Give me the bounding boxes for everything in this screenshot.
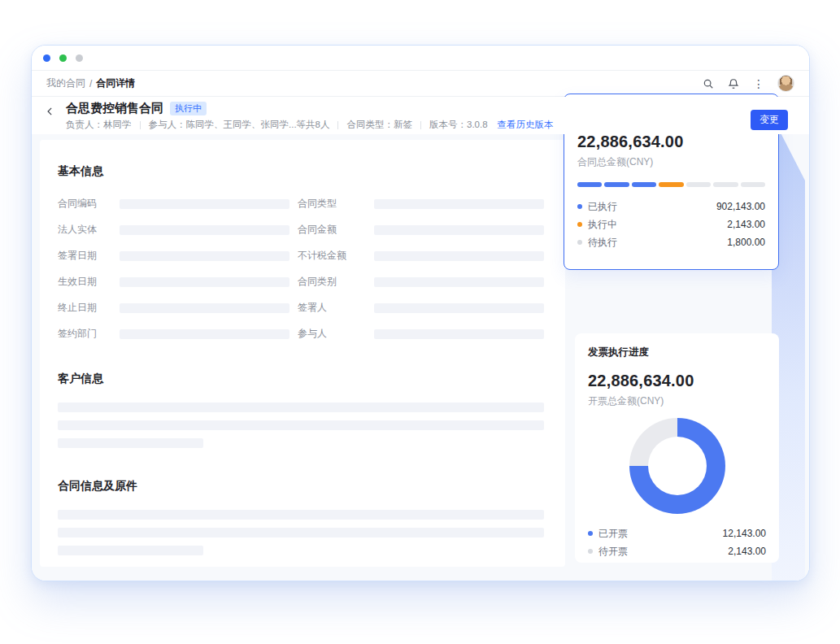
field-label: 签署日期 (58, 249, 111, 263)
bell-icon[interactable] (727, 77, 740, 90)
field-label: 签约部门 (58, 327, 111, 341)
window-dot-green[interactable] (59, 54, 67, 62)
invoice-legend: 已开票 12,143.00 待开票 2,143.00 (588, 524, 766, 560)
field-value-skeleton (374, 225, 544, 235)
status-badge: 执行中 (170, 102, 207, 115)
field-label: 法人实体 (58, 223, 111, 237)
field-label: 终止日期 (58, 301, 111, 315)
field-value-skeleton (120, 303, 289, 313)
legend-row: 执行中 2,143.00 (577, 215, 765, 233)
legend-value: 1,800.00 (727, 237, 765, 248)
window-titlebar (32, 46, 809, 70)
section-title-contract-files: 合同信息及原件 (58, 479, 544, 494)
legend-label: 已开票 (598, 527, 628, 541)
more-menu-icon[interactable]: ⋮ (752, 77, 765, 90)
legend-dot-unissued (588, 549, 593, 554)
page-title: 合思费控销售合同 (66, 101, 163, 116)
field-label: 合同金额 (298, 223, 366, 237)
field-value-skeleton (374, 199, 544, 209)
back-chevron-icon[interactable] (45, 106, 58, 119)
field-label: 不计税金额 (298, 249, 366, 263)
legend-row: 已开票 12,143.00 (588, 524, 766, 542)
field-label: 签署人 (298, 301, 366, 315)
progress-segment (604, 182, 629, 187)
skeleton-line (58, 528, 544, 537)
search-icon[interactable] (702, 77, 715, 90)
field-label: 生效日期 (58, 275, 111, 289)
legend-dot-pending (577, 240, 582, 245)
field-value-skeleton (374, 251, 544, 261)
skeleton-line (58, 510, 544, 520)
progress-segment (632, 182, 656, 187)
meta-owner: 负责人：林同学 (66, 119, 132, 131)
legend-dot-executing (577, 222, 582, 227)
meta-participants: 参与人：陈同学、王同学、张同学...等共8人 (149, 119, 330, 131)
legend-value: 12,143.00 (723, 528, 766, 539)
customer-info-skeletons (58, 402, 544, 448)
change-button[interactable]: 变更 (751, 110, 788, 130)
legend-value: 2,143.00 (727, 219, 765, 230)
legend-label: 已执行 (588, 200, 617, 214)
legend-dot-issued (588, 531, 593, 536)
skeleton-line (58, 438, 203, 448)
legend-row: 待开票 2,143.00 (588, 542, 766, 560)
meta-version: 版本号：3.0.8 (429, 119, 488, 131)
topbar-actions: ⋮ (702, 75, 794, 92)
progress-segment (713, 182, 738, 187)
legend-row: 已执行 902,143.00 (577, 198, 765, 215)
contract-detail-panel: 基本信息 合同编码 合同类型 法人实体 合同金额 签署日期 不计税金额 生效日期… (40, 140, 565, 567)
skeleton-line (58, 402, 544, 412)
progress-segment (741, 182, 765, 187)
content-area: 基本信息 合同编码 合同类型 法人实体 合同金额 签署日期 不计税金额 生效日期… (32, 134, 809, 581)
field-value-skeleton (120, 251, 289, 261)
legend-value: 2,143.00 (728, 546, 766, 557)
field-value-skeleton (120, 199, 289, 209)
progress-segment (659, 182, 683, 187)
window-dot-gray[interactable] (76, 54, 83, 62)
field-label: 合同编码 (58, 197, 111, 211)
breadcrumb: 我的合同 / 合同详情 (46, 76, 135, 90)
payment-total-amount: 22,886,634.00 (577, 133, 765, 151)
section-title-customer-info: 客户信息 (58, 372, 544, 386)
invoice-total-amount: 22,886,634.00 (588, 372, 766, 390)
invoice-card-title: 发票执行进度 (588, 346, 766, 359)
legend-row: 待执行 1,800.00 (577, 233, 765, 251)
breadcrumb-separator: / (89, 78, 92, 89)
section-title-basic-info: 基本信息 (58, 164, 544, 179)
contract-header: 合思费控销售合同 执行中 负责人：林同学 参与人：陈同学、王同学、张同学...等… (32, 97, 809, 134)
field-label: 参与人 (298, 327, 366, 341)
field-value-skeleton (120, 277, 289, 287)
window-dot-blue[interactable] (43, 54, 50, 62)
legend-label: 执行中 (588, 218, 617, 232)
field-value-skeleton (120, 225, 289, 235)
invoice-progress-card: 发票执行进度 22,886,634.00 开票总金额(CNY) 已开票 12,1… (575, 333, 779, 563)
progress-segment (577, 182, 602, 187)
topbar: 我的合同 / 合同详情 ⋮ (32, 71, 809, 96)
skeleton-line (58, 546, 203, 555)
field-value-skeleton (374, 277, 544, 287)
payment-amount-label: 合同总金额(CNY) (577, 155, 765, 169)
payment-progress-bar (577, 182, 765, 187)
view-history-link[interactable]: 查看历史版本 (498, 119, 554, 131)
progress-segment (686, 182, 711, 187)
skeleton-line (58, 420, 544, 430)
legend-value: 902,143.00 (716, 201, 765, 212)
field-label: 合同类型 (298, 197, 366, 211)
field-value-skeleton (374, 303, 544, 313)
meta-contract-type: 合同类型：新签 (346, 119, 412, 131)
field-value-skeleton (374, 329, 544, 339)
field-value-skeleton (120, 329, 289, 339)
field-label: 合同类别 (298, 275, 366, 289)
legend-label: 待执行 (588, 236, 617, 250)
payment-legend: 已执行 902,143.00 执行中 2,143.00 待执行 1,800.00 (577, 198, 765, 251)
legend-label: 待开票 (598, 545, 628, 559)
basic-info-fields: 合同编码 合同类型 法人实体 合同金额 签署日期 不计税金额 生效日期 合同类别… (58, 197, 544, 341)
legend-dot-executed (577, 204, 582, 209)
breadcrumb-parent[interactable]: 我的合同 (46, 76, 85, 90)
invoice-donut-chart (629, 418, 725, 514)
app-window: 我的合同 / 合同详情 ⋮ 合思费控销售合同 执行中 负责人：林同学 参与人：陈… (31, 45, 810, 581)
user-avatar[interactable] (777, 75, 794, 92)
breadcrumb-current: 合同详情 (96, 76, 135, 90)
contract-files-skeletons (58, 510, 544, 555)
contract-meta: 负责人：林同学 参与人：陈同学、王同学、张同学...等共8人 合同类型：新签 版… (66, 119, 554, 131)
